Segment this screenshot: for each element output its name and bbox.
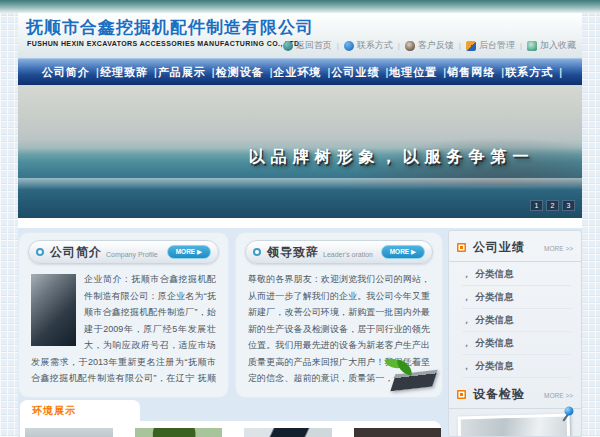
nav-item-company-profile[interactable]: 公司简介 |	[42, 65, 99, 80]
page: { "header": { "company_name": "抚顺市合鑫挖掘机配…	[0, 0, 600, 437]
link-favorite[interactable]: 加入收藏	[527, 39, 576, 52]
list-bullet: ，	[462, 360, 472, 373]
inspection-more-link[interactable]: MORE >>	[544, 392, 573, 399]
banner-page-1[interactable]: 1	[530, 200, 543, 211]
company-name-english: FUSHUN HEXIN EXCAVATORS ACCESSORIES MANU…	[27, 40, 302, 47]
link-feedback[interactable]: 客户反馈	[405, 39, 454, 52]
home-globe-icon	[283, 41, 293, 51]
banner-page-3[interactable]: 3	[562, 200, 575, 211]
nav-separator: |	[501, 67, 504, 78]
link-home[interactable]: 返回首页	[283, 39, 332, 52]
link-separator: |	[398, 41, 400, 50]
hero-banner: 以品牌树形象，以服务争第一 1 2 3	[18, 85, 582, 218]
content-area: 公司简介 Company Profile MORE ▶ 企业简介：抚顺市合鑫挖掘…	[18, 218, 582, 437]
nav-item-sales-network[interactable]: 销售网络 |	[447, 65, 504, 80]
banner-slogan: 以品牌树形象，以服务争第一	[213, 147, 570, 168]
list-item-label: 分类信息	[476, 360, 514, 373]
leader-oration-panel: 领导致辞 Leader's oration MORE ▶ 尊敬的各界朋友：欢迎浏…	[236, 233, 442, 397]
performance-list-item[interactable]: ， 分类信息	[462, 309, 571, 332]
link-separator: |	[459, 41, 461, 50]
nav-item-location[interactable]: 地理位置 |	[389, 65, 446, 80]
link-contact-label: 联系方式	[357, 39, 393, 52]
link-contact[interactable]: 联系方式	[344, 39, 393, 52]
nav-item-products[interactable]: 产品展示 |	[158, 65, 215, 80]
list-bullet: ，	[462, 268, 472, 281]
nav-separator: |	[96, 67, 99, 78]
banner-page-2[interactable]: 2	[546, 200, 559, 211]
performance-list-item[interactable]: ， 分类信息	[462, 286, 571, 309]
list-bullet: ，	[462, 337, 472, 350]
info-icon	[344, 41, 354, 51]
performance-more-link[interactable]: MORE >>	[544, 245, 573, 252]
link-admin[interactable]: 后台管理	[466, 39, 515, 52]
environment-gallery	[20, 421, 441, 437]
performance-list-item[interactable]: ， 分类信息	[462, 355, 571, 378]
profile-more-button[interactable]: MORE ▶	[167, 245, 211, 259]
book-shape	[390, 370, 437, 392]
orange-square-icon	[457, 243, 466, 252]
nav-label: 公司简介	[42, 65, 90, 80]
nav-separator: |	[385, 67, 388, 78]
factory-photo[interactable]	[31, 274, 76, 346]
leader-more-button[interactable]: MORE ▶	[381, 245, 425, 259]
nav-separator: |	[270, 67, 273, 78]
link-separator: |	[520, 41, 522, 50]
nav-label: 企业环境	[274, 65, 322, 80]
performance-list-item[interactable]: ， 分类信息	[462, 263, 571, 286]
environment-thumbnail[interactable]	[135, 428, 223, 437]
link-admin-label: 后台管理	[479, 39, 515, 52]
environment-tab[interactable]: 环境展示	[20, 400, 140, 421]
company-name: 抚顺市合鑫挖掘机配件制造有限公司	[26, 16, 314, 39]
nav-item-manager-speech[interactable]: 经理致辞 |	[100, 65, 157, 80]
nav-separator: |	[559, 67, 562, 78]
environment-thumbnail[interactable]	[354, 428, 442, 437]
inspection-photo[interactable]	[458, 414, 571, 437]
environment-tab-label: 环境展示	[32, 404, 76, 418]
page-container: 抚顺市合鑫挖掘机配件制造有限公司 FUSHUN HEXIN EXCAVATORS…	[18, 13, 582, 437]
orange-square-icon	[457, 390, 466, 399]
link-separator: |	[337, 41, 339, 50]
nav-item-performance[interactable]: 公司业绩 |	[331, 65, 388, 80]
leader-oration-panel-header: 领导致辞 Leader's oration MORE ▶	[245, 240, 433, 264]
list-bullet: ，	[462, 291, 472, 304]
nav-separator: |	[443, 67, 446, 78]
nav-label: 地理位置	[389, 65, 437, 80]
list-item-label: 分类信息	[476, 291, 514, 304]
performance-list-item[interactable]: ， 分类信息	[462, 332, 571, 355]
link-feedback-label: 客户反馈	[418, 39, 454, 52]
nav-separator: |	[328, 67, 331, 78]
environment-thumbnail[interactable]	[244, 428, 332, 437]
list-item-label: 分类信息	[476, 268, 514, 281]
inspection-section-header: 设备检验 MORE >>	[449, 378, 581, 409]
company-profile-panel-header: 公司简介 Company Profile MORE ▶	[28, 240, 219, 264]
environment-section: 环境展示	[20, 400, 441, 437]
nav-item-testing-equipment[interactable]: 检测设备 |	[216, 65, 273, 80]
book-leaves-photo	[380, 355, 436, 393]
pushpin-icon	[559, 406, 573, 420]
header-utility-links: 返回首页 | 联系方式 | 客户反馈 | 后台管理 | 加入收藏	[283, 39, 576, 52]
nav-separator: |	[154, 67, 157, 78]
admin-users-icon	[466, 41, 476, 51]
sidebar: 公司业绩 MORE >> ， 分类信息 ， 分类信息 ， 分类信息	[448, 230, 582, 437]
nav-label: 销售网络	[447, 65, 495, 80]
top-decor-strip	[0, 0, 600, 13]
performance-title: 公司业绩	[473, 239, 525, 256]
nav-label: 公司业绩	[331, 65, 379, 80]
content-background: 公司简介 Company Profile MORE ▶ 企业简介：抚顺市合鑫挖掘…	[18, 228, 582, 437]
nav-separator: |	[212, 67, 215, 78]
inspection-photo-image	[461, 417, 568, 437]
circle-bullet-icon	[253, 248, 261, 256]
list-item-label: 分类信息	[476, 337, 514, 350]
panel-title: 领导致辞	[267, 244, 319, 261]
nav-label: 检测设备	[216, 65, 264, 80]
environment-thumbnail[interactable]	[25, 428, 113, 437]
main-nav: 公司简介 | 经理致辞 | 产品展示 | 检测设备 | 企业环境 | 公司业绩 …	[18, 58, 582, 85]
nav-label: 产品展示	[158, 65, 206, 80]
performance-list: ， 分类信息 ， 分类信息 ， 分类信息 ， 分类信息	[449, 262, 581, 378]
list-bullet: ，	[462, 314, 472, 327]
nav-item-environment[interactable]: 企业环境 |	[274, 65, 331, 80]
company-profile-panel: 公司简介 Company Profile MORE ▶ 企业简介：抚顺市合鑫挖掘…	[19, 233, 228, 397]
link-favorite-label: 加入收藏	[540, 39, 576, 52]
nav-item-contact[interactable]: 联系方式 |	[505, 65, 562, 80]
nav-label: 联系方式	[505, 65, 553, 80]
